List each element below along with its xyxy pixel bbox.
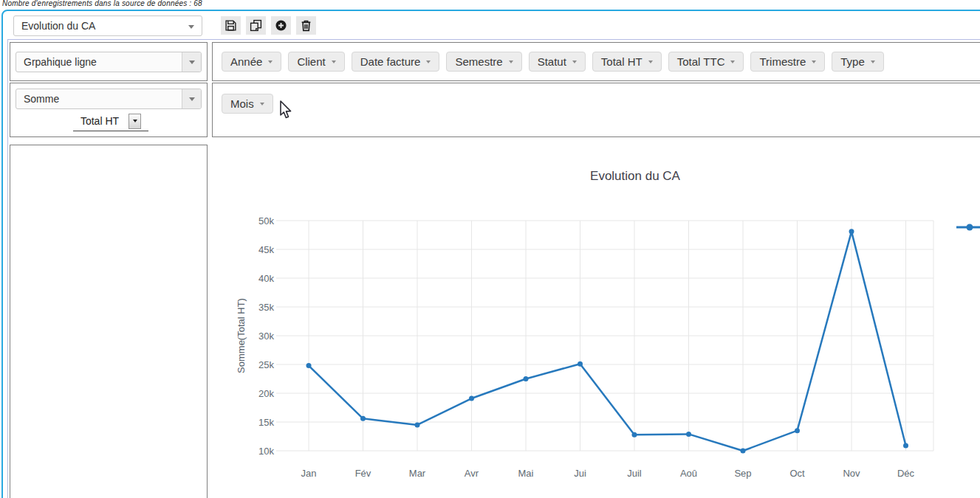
delete-button[interactable] [296, 16, 316, 35]
available-fields-panel: Année Client Date facture Semest [212, 42, 980, 81]
field-chip-label: Année [230, 55, 262, 68]
axis-fields-panel: Mois [212, 83, 980, 137]
chevron-down-icon [730, 60, 735, 63]
chevron-down-icon [188, 25, 194, 29]
mouse-cursor-icon [278, 100, 295, 120]
svg-text:30k: 30k [258, 331, 274, 342]
chevron-down-icon[interactable] [182, 89, 201, 108]
field-chip-label: Semestre [455, 55, 502, 68]
svg-text:Aoû: Aoû [680, 468, 697, 479]
measure-select-dropdown-button[interactable] [129, 114, 141, 129]
field-chip[interactable]: Total HT [592, 52, 662, 72]
chart-type-select-value: Grpahique ligne [24, 56, 97, 68]
add-circle-icon [275, 19, 287, 32]
svg-text:20k: 20k [258, 388, 274, 399]
axis-chip-row: Mois [213, 83, 980, 136]
svg-text:Nov: Nov [843, 468, 860, 479]
field-chip[interactable]: Trimestre [750, 52, 825, 72]
svg-text:15k: 15k [258, 417, 274, 428]
field-chip[interactable]: Statut [529, 52, 586, 72]
report-toolbar: Evolution du CA [13, 15, 316, 36]
measure-select[interactable]: Total HT [73, 112, 148, 131]
svg-text:Jan: Jan [301, 468, 317, 479]
field-chip[interactable]: Type [832, 52, 884, 72]
measure-select-value: Total HT [80, 115, 119, 127]
save-button[interactable] [221, 16, 241, 35]
chevron-down-icon [871, 60, 875, 63]
field-chip-label: Trimestre [759, 55, 806, 68]
svg-text:Avr: Avr [465, 468, 479, 479]
field-chip[interactable]: Semestre [446, 52, 521, 72]
svg-text:10k: 10k [258, 446, 274, 457]
svg-text:45k: 45k [258, 244, 274, 255]
svg-text:Evolution du CA: Evolution du CA [590, 169, 681, 183]
chevron-down-icon [426, 60, 431, 63]
chart-type-panel: Grpahique ligne [10, 42, 208, 81]
svg-text:40k: 40k [258, 273, 274, 284]
axis-field-chip[interactable]: Mois [222, 94, 273, 114]
pivot-container: Grpahique ligne Somme Total HT Année [7, 39, 980, 498]
svg-text:Sep: Sep [734, 468, 751, 479]
svg-text:Mar: Mar [409, 468, 426, 479]
chevron-down-icon [332, 60, 336, 63]
field-chip-label: Statut [538, 55, 566, 68]
copy-icon [250, 19, 262, 32]
aggregation-select[interactable]: Somme [16, 89, 202, 109]
report-select-value: Evolution du CA [21, 20, 95, 32]
svg-text:Somme(Total HT): Somme(Total HT) [236, 298, 247, 373]
svg-text:Déc: Déc [897, 468, 915, 479]
record-count-text: Nombre d'enregistrements dans la source … [2, 0, 202, 7]
svg-text:Fév: Fév [355, 468, 371, 479]
widget-frame: Evolution du CA [1, 10, 980, 498]
svg-text:Jui: Jui [574, 468, 586, 479]
field-chip[interactable]: Client [288, 52, 344, 72]
svg-text:Mai: Mai [518, 468, 534, 479]
axis-field-chip-label: Mois [230, 97, 254, 110]
chevron-down-icon [812, 60, 816, 63]
add-button[interactable] [271, 16, 291, 35]
chart-type-select[interactable]: Grpahique ligne [16, 52, 202, 72]
svg-text:Oct: Oct [789, 468, 805, 479]
left-empty-panel [10, 145, 208, 498]
field-chip-row: Année Client Date facture Semest [213, 43, 980, 80]
chevron-down-icon[interactable] [182, 52, 201, 72]
svg-text:25k: 25k [258, 359, 274, 370]
field-chip[interactable]: Date facture [352, 52, 440, 72]
field-chip-label: Date facture [360, 55, 421, 68]
chevron-down-icon [648, 60, 653, 63]
field-chip[interactable]: Total TTC [668, 52, 744, 72]
chevron-down-icon [509, 60, 513, 63]
field-chip[interactable]: Année [222, 52, 281, 72]
field-chip-label: Client [297, 55, 325, 68]
chevron-down-icon [268, 60, 273, 63]
chevron-down-icon [572, 60, 577, 63]
field-chip-label: Total HT [601, 55, 643, 68]
field-chip-label: Total TTC [677, 55, 725, 68]
duplicate-button[interactable] [246, 16, 266, 35]
aggregation-select-value: Somme [24, 93, 59, 105]
trash-icon [300, 19, 312, 32]
svg-text:35k: 35k [258, 302, 274, 313]
chevron-down-icon [260, 103, 264, 106]
report-select[interactable]: Evolution du CA [13, 15, 202, 36]
save-icon [225, 19, 237, 32]
line-chart[interactable]: 10k15k20k25k30k35k40k45k50kJanFévMarAvrM… [212, 145, 980, 498]
aggregation-panel: Somme Total HT [10, 83, 208, 137]
svg-text:Juil: Juil [627, 468, 642, 479]
svg-text:50k: 50k [258, 215, 274, 226]
field-chip-label: Type [840, 55, 865, 68]
